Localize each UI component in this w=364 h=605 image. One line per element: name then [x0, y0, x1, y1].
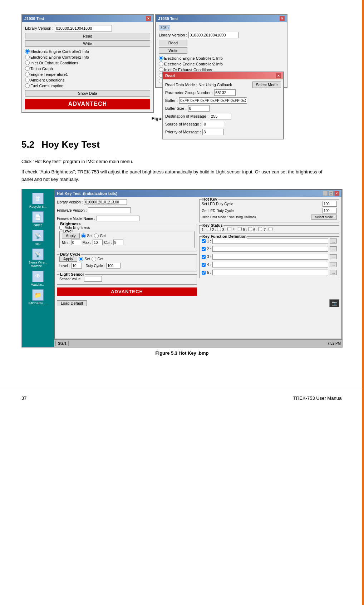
dest-input[interactable] — [210, 113, 231, 119]
priority-label: Priority of Message : — [165, 130, 201, 134]
kf1-checkbox[interactable] — [202, 239, 206, 243]
sensor-value-label: Sensor Value : — [59, 277, 83, 281]
read-close-icon[interactable]: ✕ — [276, 73, 281, 78]
scu-icon: 📡 — [32, 230, 44, 241]
brightness-max-input[interactable] — [93, 240, 103, 245]
desktop-icon-scu[interactable]: 📡 scu — [32, 230, 44, 246]
key6-checkbox[interactable] — [258, 227, 262, 231]
kf5-dots-button[interactable]: ... — [330, 270, 337, 275]
key4-checkbox[interactable] — [238, 227, 242, 231]
key3-checkbox[interactable] — [227, 227, 231, 231]
key-status-4: 4 : — [233, 227, 242, 232]
key1-checkbox[interactable] — [207, 227, 211, 231]
section-52-title: Hoy Key Test — [41, 139, 100, 150]
kf2-checkbox[interactable] — [202, 247, 206, 251]
page-border — [362, 0, 364, 605]
kf2-input[interactable] — [212, 246, 328, 252]
read-button-2[interactable]: Read — [159, 40, 187, 46]
buffer-label: Buffer : — [165, 98, 178, 103]
pgn-input[interactable] — [214, 89, 236, 96]
start-button[interactable]: Start — [55, 341, 69, 346]
figure-53-caption: Figure 5.3 Hot Key .bmp — [21, 350, 343, 356]
light-sensor-title: Light Sensor — [59, 272, 85, 276]
key-func-3: 3 : ... — [202, 254, 337, 260]
option-1-6: Ambient Conditions — [30, 78, 64, 82]
brightness-min-input[interactable] — [71, 240, 81, 245]
write-button-1[interactable]: Write — [25, 40, 150, 47]
key5-checkbox[interactable] — [248, 227, 252, 231]
read-dialog: Read ✕ Read Data Mode : Not Using Callba… — [162, 72, 284, 139]
desktop-icon-sierra[interactable]: 📡 Sierra Wire... Watche... — [22, 249, 54, 268]
hk-firmware-input[interactable] — [88, 207, 131, 213]
dest-label: Destination of Message : — [165, 114, 208, 118]
source-input[interactable] — [203, 121, 224, 127]
duty-set-radio[interactable] — [79, 257, 83, 261]
hk-library-input[interactable] — [84, 199, 127, 205]
buffer-input[interactable] — [179, 97, 247, 104]
brightness-set-radio[interactable] — [81, 233, 86, 238]
sensor-value-input[interactable] — [84, 276, 102, 282]
key-func-2: 2 : ... — [202, 246, 337, 252]
write-button-2[interactable]: Write — [159, 47, 187, 54]
duty-level-input[interactable] — [71, 263, 82, 269]
key7-checkbox[interactable] — [269, 227, 272, 231]
read-titlebar: Read ✕ — [163, 72, 283, 79]
duty-apply-button[interactable]: Apply — [59, 256, 77, 262]
kf3-checkbox[interactable] — [202, 255, 206, 259]
kf2-dots-button[interactable]: ... — [330, 246, 337, 251]
section-52-para1: Click "Hot Key test" program in IMC demo… — [21, 158, 329, 166]
library-input-2[interactable] — [188, 32, 238, 38]
kf3-input[interactable] — [212, 254, 328, 260]
brightness-cur-input[interactable] — [113, 240, 123, 245]
watcher-icon: 👁 — [32, 271, 44, 282]
pgn-label: Parameter Group Number : — [165, 90, 213, 95]
kf4-checkbox[interactable] — [202, 263, 206, 267]
key-status-6: 6 : — [254, 227, 262, 232]
close-icon-2[interactable]: ✕ — [280, 16, 285, 21]
show-data-button[interactable]: Show Data — [25, 90, 150, 97]
key2-checkbox[interactable] — [217, 227, 221, 231]
read-mode-value: Not Using Callback — [198, 83, 232, 87]
set-led-input[interactable] — [323, 201, 337, 207]
gpr5-icon: 📄 — [32, 211, 44, 223]
recycle-icon: 🗑 — [32, 193, 44, 204]
set-led-label: Set LED Duty Cycle — [202, 202, 233, 206]
desktop-background: 🗑 Recycle B... 📄 GPR5 📡 scu 📡 Sierra Wir… — [22, 189, 54, 347]
desktop-icon-watcher[interactable]: 👁 Watche... — [31, 271, 45, 286]
duty-get-radio[interactable] — [92, 257, 96, 261]
kf4-input[interactable] — [212, 262, 328, 267]
kf5-input[interactable] — [212, 270, 328, 275]
get-led-label: Get LED Duty Cycle — [202, 209, 233, 213]
duty-cycle-input[interactable] — [106, 263, 120, 269]
brightness-get-radio[interactable] — [94, 233, 99, 238]
library-label-1: Library Version : — [25, 26, 53, 30]
close-icon-1[interactable]: ✕ — [146, 16, 151, 21]
buffer-size-input[interactable] — [188, 105, 210, 112]
select-mode-button[interactable]: Select Mode — [252, 82, 281, 88]
priority-input[interactable] — [202, 129, 224, 135]
hk-model-input[interactable] — [97, 216, 139, 221]
source-label: Source of Message : — [165, 122, 201, 126]
option-1-7: Fuel Comsumption — [30, 84, 63, 88]
option-1-5: Engine Temperature1 — [30, 72, 68, 77]
kf5-checkbox[interactable] — [202, 271, 206, 275]
kf4-dots-button[interactable]: ... — [330, 262, 337, 267]
close-button[interactable]: ✕ — [334, 191, 339, 196]
library-input-1[interactable] — [55, 25, 112, 31]
kf1-input[interactable] — [212, 238, 328, 244]
brightness-apply-button[interactable]: Apply — [62, 233, 80, 238]
hk-select-mode-button[interactable]: Select Mode — [311, 215, 337, 220]
duty-cycle-title: Duty Cycle — [59, 252, 81, 256]
hk-library-label: Library Version : — [57, 200, 83, 204]
read-button-1[interactable]: Read — [25, 33, 150, 39]
kf1-dots-button[interactable]: ... — [330, 238, 337, 244]
minimize-button[interactable]: _ — [323, 191, 328, 196]
load-default-button[interactable]: Load Default — [57, 300, 87, 306]
read-title: Read — [165, 74, 175, 78]
get-led-input[interactable] — [323, 208, 337, 213]
duty-cycle-group: Duty Cycle Apply Set Get Level : — [57, 254, 197, 271]
desktop-icon-gpr5[interactable]: 📄 GPR5 — [32, 211, 44, 227]
desktop-icon-imcdemo[interactable]: 📁 IMCDemo_... — [28, 289, 47, 305]
kf3-dots-button[interactable]: ... — [330, 254, 337, 259]
maximize-button[interactable]: □ — [329, 191, 334, 196]
